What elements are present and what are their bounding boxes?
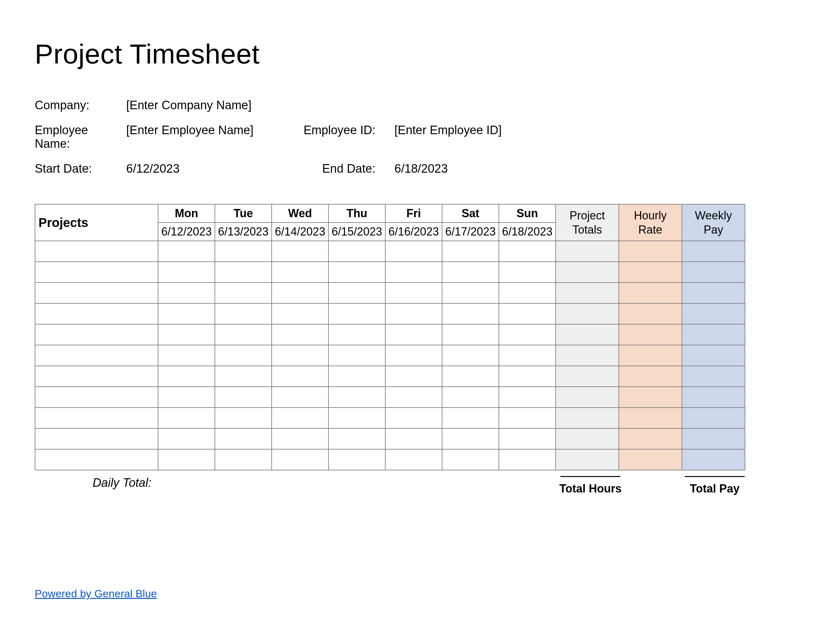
hours-cell[interactable] xyxy=(385,407,442,428)
hours-cell[interactable] xyxy=(158,283,215,303)
hours-cell[interactable] xyxy=(385,449,442,470)
project-total-cell[interactable] xyxy=(556,387,619,407)
hours-cell[interactable] xyxy=(215,366,272,387)
project-name-cell[interactable] xyxy=(35,449,158,470)
hours-cell[interactable] xyxy=(499,283,556,303)
hours-cell[interactable] xyxy=(499,449,556,470)
hours-cell[interactable] xyxy=(385,303,442,324)
hours-cell[interactable] xyxy=(442,449,499,470)
project-name-cell[interactable] xyxy=(35,366,158,387)
project-total-cell[interactable] xyxy=(556,324,619,345)
hours-cell[interactable] xyxy=(215,241,272,262)
hours-cell[interactable] xyxy=(272,241,328,262)
hours-cell[interactable] xyxy=(272,262,328,283)
hours-cell[interactable] xyxy=(442,407,499,428)
hours-cell[interactable] xyxy=(158,387,215,407)
hours-cell[interactable] xyxy=(385,345,442,366)
hours-cell[interactable] xyxy=(442,428,499,449)
hours-cell[interactable] xyxy=(328,324,385,345)
project-total-cell[interactable] xyxy=(556,407,619,428)
hourly-rate-cell[interactable] xyxy=(619,241,682,262)
hours-cell[interactable] xyxy=(215,262,272,283)
hours-cell[interactable] xyxy=(328,366,385,387)
hours-cell[interactable] xyxy=(442,324,499,345)
project-total-cell[interactable] xyxy=(556,366,619,387)
hours-cell[interactable] xyxy=(158,428,215,449)
company-value[interactable]: [Enter Company Name] xyxy=(126,98,303,112)
hours-cell[interactable] xyxy=(215,387,272,407)
hours-cell[interactable] xyxy=(272,449,328,470)
hours-cell[interactable] xyxy=(442,345,499,366)
hours-cell[interactable] xyxy=(499,241,556,262)
hours-cell[interactable] xyxy=(499,262,556,283)
hours-cell[interactable] xyxy=(215,303,272,324)
hours-cell[interactable] xyxy=(272,324,328,345)
hours-cell[interactable] xyxy=(272,283,328,303)
hours-cell[interactable] xyxy=(442,241,499,262)
hours-cell[interactable] xyxy=(328,407,385,428)
start-date-value[interactable]: 6/12/2023 xyxy=(126,162,303,175)
employee-id-value[interactable]: [Enter Employee ID] xyxy=(394,124,521,151)
project-total-cell[interactable] xyxy=(556,262,619,283)
hours-cell[interactable] xyxy=(385,241,442,262)
hours-cell[interactable] xyxy=(158,345,215,366)
hours-cell[interactable] xyxy=(215,283,272,303)
hours-cell[interactable] xyxy=(215,345,272,366)
project-name-cell[interactable] xyxy=(35,387,158,407)
hourly-rate-cell[interactable] xyxy=(619,387,682,407)
hours-cell[interactable] xyxy=(272,387,328,407)
hours-cell[interactable] xyxy=(385,428,442,449)
hourly-rate-cell[interactable] xyxy=(619,407,682,428)
hours-cell[interactable] xyxy=(385,366,442,387)
project-name-cell[interactable] xyxy=(35,241,158,262)
hourly-rate-cell[interactable] xyxy=(619,345,682,366)
hours-cell[interactable] xyxy=(328,428,385,449)
hourly-rate-cell[interactable] xyxy=(619,428,682,449)
project-name-cell[interactable] xyxy=(35,428,158,449)
hours-cell[interactable] xyxy=(442,387,499,407)
project-name-cell[interactable] xyxy=(35,303,158,324)
hours-cell[interactable] xyxy=(158,449,215,470)
hours-cell[interactable] xyxy=(499,345,556,366)
hours-cell[interactable] xyxy=(272,366,328,387)
project-total-cell[interactable] xyxy=(556,241,619,262)
hours-cell[interactable] xyxy=(499,303,556,324)
hours-cell[interactable] xyxy=(328,387,385,407)
hours-cell[interactable] xyxy=(499,428,556,449)
hours-cell[interactable] xyxy=(158,407,215,428)
project-total-cell[interactable] xyxy=(556,449,619,470)
hours-cell[interactable] xyxy=(158,303,215,324)
hours-cell[interactable] xyxy=(499,324,556,345)
hours-cell[interactable] xyxy=(158,262,215,283)
end-date-value[interactable]: 6/18/2023 xyxy=(394,162,521,175)
project-name-cell[interactable] xyxy=(35,262,158,283)
hours-cell[interactable] xyxy=(272,345,328,366)
hourly-rate-cell[interactable] xyxy=(619,262,682,283)
project-name-cell[interactable] xyxy=(35,345,158,366)
hours-cell[interactable] xyxy=(215,449,272,470)
employee-name-value[interactable]: [Enter Employee Name] xyxy=(126,124,303,151)
hours-cell[interactable] xyxy=(442,262,499,283)
hours-cell[interactable] xyxy=(499,366,556,387)
hours-cell[interactable] xyxy=(385,283,442,303)
hours-cell[interactable] xyxy=(385,387,442,407)
hours-cell[interactable] xyxy=(328,303,385,324)
hours-cell[interactable] xyxy=(158,241,215,262)
project-total-cell[interactable] xyxy=(556,428,619,449)
hours-cell[interactable] xyxy=(272,428,328,449)
powered-by-link[interactable]: Powered by General Blue xyxy=(35,588,157,600)
hours-cell[interactable] xyxy=(215,324,272,345)
hours-cell[interactable] xyxy=(328,449,385,470)
hours-cell[interactable] xyxy=(385,324,442,345)
hours-cell[interactable] xyxy=(499,407,556,428)
hours-cell[interactable] xyxy=(385,262,442,283)
hours-cell[interactable] xyxy=(158,366,215,387)
hours-cell[interactable] xyxy=(499,387,556,407)
hourly-rate-cell[interactable] xyxy=(619,366,682,387)
hourly-rate-cell[interactable] xyxy=(619,449,682,470)
project-name-cell[interactable] xyxy=(35,283,158,303)
project-total-cell[interactable] xyxy=(556,345,619,366)
hours-cell[interactable] xyxy=(158,324,215,345)
hours-cell[interactable] xyxy=(442,283,499,303)
hours-cell[interactable] xyxy=(215,428,272,449)
